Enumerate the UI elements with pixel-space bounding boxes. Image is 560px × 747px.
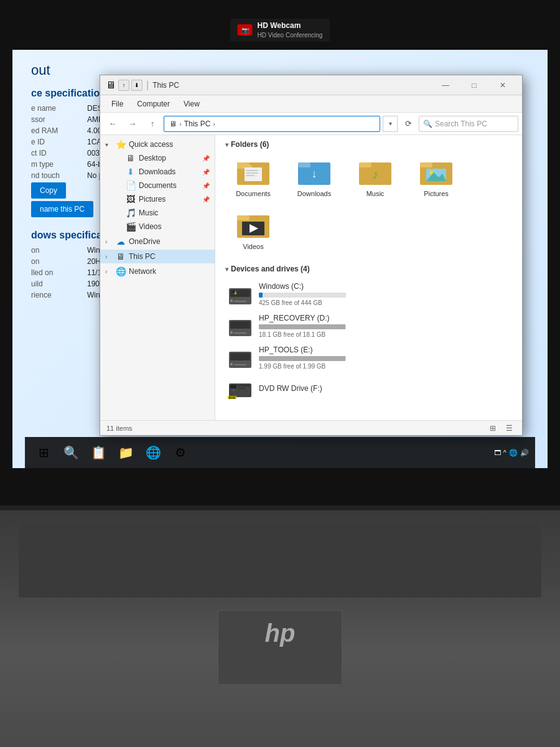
taskbar-taskview-button[interactable]: 📋 — [86, 440, 111, 465]
search-box[interactable]: 🔍 Search This PC — [419, 116, 518, 132]
nav-item-desktop[interactable]: 🖥 Desktop 📌 — [100, 151, 215, 165]
nav-pane: ▾ ⭐ Quick access 🖥 Desktop 📌 — [100, 135, 215, 420]
folder-item-downloads[interactable]: ↓ Downloads — [286, 154, 342, 202]
svg-rect-41 — [238, 385, 250, 387]
file-explorer-window: 🖥 ↑ ⬇ | This PC — □ ✕ File Computer — [100, 75, 523, 436]
expand-arrow-qa: ▾ — [105, 141, 113, 148]
path-icon: 🖥 — [169, 120, 177, 128]
nav-item-onedrive[interactable]: › ☁ OneDrive — [100, 235, 215, 248]
drive-item-d[interactable]: HP_RECOVERY (D:) 18.1 GB free of 18.1 GB — [225, 310, 512, 342]
taskbar-start-button[interactable]: ⊞ — [31, 440, 56, 465]
downloads-icon: ⬇ — [125, 167, 136, 177]
view-list-button[interactable]: ☰ — [502, 422, 516, 435]
drive-d-info: HP_RECOVERY (D:) 18.1 GB free of 18.1 GB — [259, 314, 510, 338]
drive-c-details: 425 GB free of 444 GB — [259, 299, 510, 306]
nav-item-network[interactable]: › 🌐 Network — [100, 265, 215, 278]
folder-item-documents[interactable]: Documents — [225, 154, 281, 202]
up-button[interactable]: ↑ — [144, 116, 161, 132]
svg-rect-42 — [238, 388, 245, 389]
svg-rect-29 — [230, 299, 233, 302]
videos-label: Videos — [139, 222, 210, 231]
explorer-body: ▾ ⭐ Quick access 🖥 Desktop 📌 — [100, 135, 522, 420]
downloads-label: Downloads — [139, 167, 200, 176]
videos-nav-icon: 🎬 — [125, 222, 136, 232]
refresh-button[interactable]: ⟳ — [400, 116, 416, 132]
qa-icon-2[interactable]: ⬇ — [131, 80, 142, 91]
nav-item-videos[interactable]: 🎬 Videos — [100, 220, 215, 233]
path-text: This PC — [184, 120, 211, 128]
bg-label-2: ed RAM — [31, 126, 81, 135]
svg-text:DVD: DVD — [229, 396, 236, 400]
bg-label-0: e name — [31, 104, 81, 113]
taskbar-edge-button[interactable]: 🌐 — [141, 440, 166, 465]
close-button[interactable]: ✕ — [488, 75, 517, 95]
documents-folder-name: Documents — [236, 190, 271, 198]
taskbar-chevron-icon[interactable]: ^ — [503, 449, 506, 456]
folder-item-videos[interactable]: Videos — [225, 207, 281, 255]
taskbar-explorer-button[interactable]: 📁 — [113, 440, 138, 465]
nav-section-quick-access: ▾ ⭐ Quick access 🖥 Desktop 📌 — [100, 138, 215, 233]
nav-item-documents[interactable]: 📄 Documents 📌 — [100, 179, 215, 192]
view-grid-button[interactable]: ⊞ — [486, 422, 500, 435]
taskbar-search-button[interactable]: 🔍 — [58, 440, 83, 465]
forward-button[interactable]: → — [124, 116, 141, 132]
pin-icon-dl: 📌 — [202, 169, 210, 176]
bg-label2-2: lled on — [31, 268, 81, 277]
bg-label2-3: uild — [31, 280, 81, 288]
drive-item-c[interactable]: Windows (C:) 425 GB free of 444 GB — [225, 278, 512, 310]
copy-button[interactable]: Copy — [31, 182, 66, 199]
status-bar: 11 items ⊞ ☰ — [100, 420, 522, 435]
svg-rect-38 — [234, 364, 246, 365]
folder-grid: Documents ↓ — [225, 154, 512, 255]
nav-section-network: › 🌐 Network — [100, 265, 215, 278]
address-bar: ← → ↑ 🖥 › This PC › ▾ ⟳ 🔍 Search This PC — [100, 113, 522, 135]
svg-rect-26 — [235, 291, 236, 293]
taskbar-volume-icon[interactable]: 🔊 — [520, 449, 529, 457]
svg-rect-6 — [246, 175, 254, 176]
bg-label-3: e ID — [31, 138, 81, 146]
title-separator: | — [146, 80, 149, 91]
drive-c-info: Windows (C:) 425 GB free of 444 GB — [259, 282, 510, 306]
documents-folder-icon — [236, 157, 271, 187]
qa-icon-1[interactable]: ↑ — [118, 80, 129, 91]
menu-view[interactable]: View — [177, 97, 206, 111]
path-chevron-2: › — [213, 120, 215, 128]
address-dropdown[interactable]: ▾ — [383, 116, 398, 132]
svg-text:↓: ↓ — [312, 167, 317, 180]
svg-rect-27 — [233, 293, 235, 294]
drive-d-bar-container — [259, 324, 346, 329]
nav-item-thispc[interactable]: › 🖥 This PC — [100, 250, 215, 263]
nav-item-music[interactable]: 🎵 Music — [100, 206, 215, 220]
taskbar-system-icons: 🗖 ^ 🌐 🔊 — [494, 449, 529, 457]
folders-chevron: ▾ — [225, 141, 228, 148]
svg-rect-33 — [230, 331, 233, 334]
drive-e-info: HP_TOOLS (E:) 1.99 GB free of 1.99 GB — [259, 345, 510, 370]
bg-label-4: ct ID — [31, 149, 81, 157]
maximize-button[interactable]: □ — [460, 75, 488, 95]
nav-item-downloads[interactable]: ⬇ Downloads 📌 — [100, 165, 215, 179]
drives-section-label: Devices and drives (4) — [231, 265, 310, 273]
nav-item-quick-access[interactable]: ▾ ⭐ Quick access — [100, 138, 215, 151]
svg-rect-34 — [234, 332, 246, 334]
taskbar-keyboard-icon: 🗖 — [494, 449, 501, 456]
taskbar-settings-button[interactable]: ⚙ — [168, 440, 193, 465]
nav-item-pictures[interactable]: 🖼 Pictures 📌 — [100, 192, 215, 206]
laptop-bottom: hp — [0, 510, 560, 747]
back-button[interactable]: ← — [104, 116, 121, 132]
menu-computer[interactable]: Computer — [131, 97, 176, 111]
svg-rect-36 — [230, 353, 250, 360]
music-label: Music — [139, 209, 210, 217]
menu-file[interactable]: File — [105, 97, 129, 111]
minimize-button[interactable]: — — [431, 75, 460, 95]
rename-pc-button[interactable]: name this PC — [31, 201, 93, 217]
folder-item-pictures[interactable]: Pictures — [408, 154, 464, 202]
drive-f-info: DVD RW Drive (F:) — [259, 384, 510, 393]
taskbar-network-icon[interactable]: 🌐 — [509, 449, 518, 457]
folder-item-music[interactable]: ♪ Music — [347, 154, 403, 202]
bg-label-5: m type — [31, 160, 81, 169]
address-path[interactable]: 🖥 › This PC › — [164, 116, 380, 132]
drive-item-e[interactable]: HP_TOOLS (E:) 1.99 GB free of 1.99 GB — [225, 342, 512, 374]
taskbar: ⊞ 🔍 📋 📁 🌐 ⚙ 🗖 ^ 🌐 🔊 — [25, 437, 535, 468]
drive-c-icon — [228, 283, 253, 306]
drive-item-f[interactable]: DVD DVD RW Drive (F:) — [225, 374, 512, 403]
